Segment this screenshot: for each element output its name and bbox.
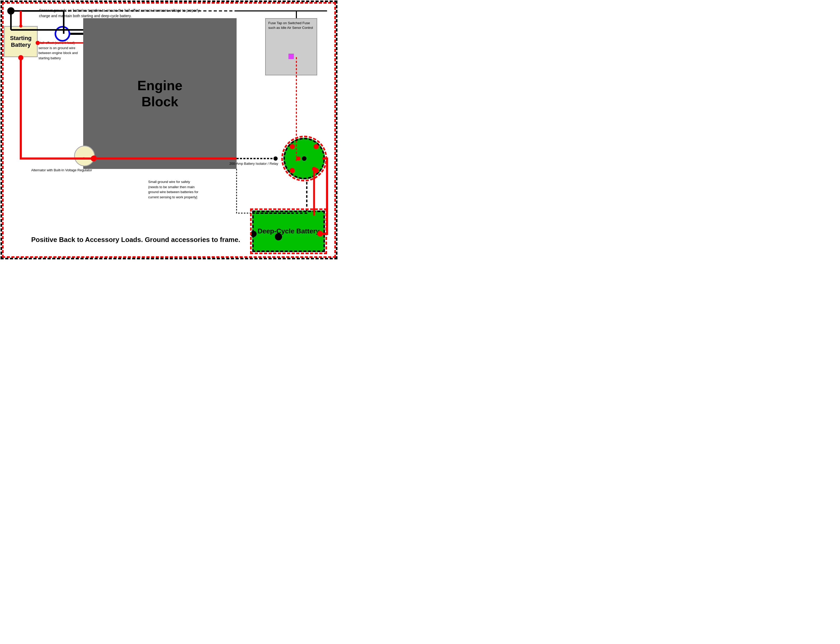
starting-battery-box: Starting Battery <box>4 26 38 57</box>
connect-grounds-label: Connect grounds on batteries together to… <box>39 8 200 19</box>
ground-connection-dot <box>7 7 15 15</box>
deep-cycle-black-dot <box>275 233 282 240</box>
isolator-dot-2 <box>314 144 319 149</box>
alternator-circle <box>74 146 95 166</box>
hall-effect-circle <box>54 26 70 41</box>
deep-cycle-red-dot <box>317 231 323 237</box>
isolator-left-dot <box>296 156 301 161</box>
isolator-dot-4 <box>314 168 319 173</box>
engine-block-label: Engine Block <box>122 77 198 110</box>
deep-cycle-battery-box: Deep-Cycle Battery <box>252 210 325 252</box>
svg-point-20 <box>273 156 278 161</box>
fuse-tap-label: Fuse Tap on Switched Fuse such as Idle A… <box>268 21 317 30</box>
hall-effect-label: Hall-effect (current load) sensor is on … <box>38 40 80 61</box>
isolator-label: 200-Amp Battery Isolator / Relay <box>229 161 278 166</box>
isolator-circle <box>283 138 325 179</box>
starting-battery-label: Starting Battery <box>5 35 37 49</box>
isolator-dot-3 <box>289 168 295 173</box>
alternator-red-dot <box>92 155 97 161</box>
deep-cycle-label: Deep-Cycle Battery <box>258 227 319 236</box>
small-ground-label: Small ground wire for safety (needs to b… <box>148 179 200 200</box>
alternator-label: Alternator with Built-In Voltage Regulat… <box>31 168 92 173</box>
fuse-tap-pink-indicator <box>288 54 294 59</box>
isolator-dot-1 <box>289 144 295 149</box>
engine-block: Engine Block <box>83 18 237 169</box>
isolator-center-dot <box>302 156 307 161</box>
bottom-accessory-text: Positive Back to Accessory Loads. Ground… <box>31 235 240 244</box>
fuse-tap-box: Fuse Tap on Switched Fuse such as Idle A… <box>265 18 317 76</box>
